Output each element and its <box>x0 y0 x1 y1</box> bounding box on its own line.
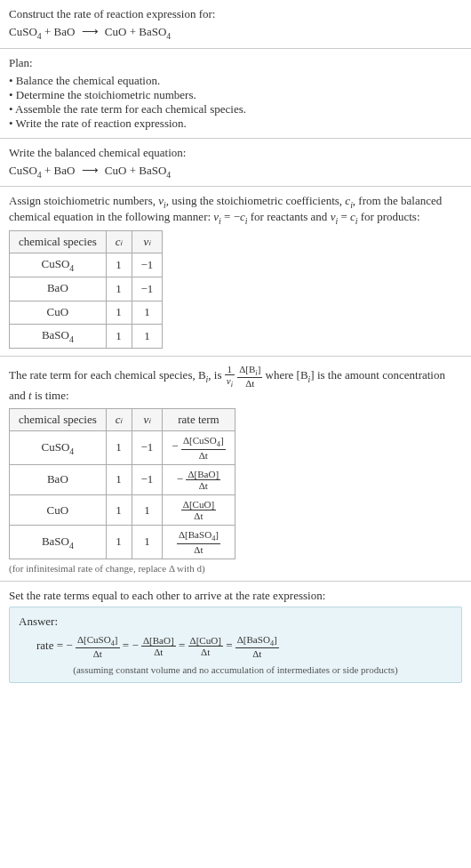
species-cell: BaSO4 <box>10 526 107 559</box>
col-species: chemical species <box>10 409 107 431</box>
fraction: 1 νi <box>225 364 235 389</box>
equals: = <box>179 639 188 652</box>
species-cell: CuO <box>10 494 107 525</box>
sub: 4 <box>69 334 74 344</box>
fraction: Δ[BaO] Δt <box>186 469 220 491</box>
fraction: Δ[CuO] Δt <box>188 635 223 657</box>
eq-part: CuO + BaSO <box>102 25 167 38</box>
denominator: Δt <box>181 510 216 521</box>
rateterm-table: chemical species cᵢ νᵢ rate term CuSO4 1… <box>9 408 236 559</box>
text: Δ[CuSO <box>77 634 111 645</box>
sub: 4 <box>69 540 74 550</box>
numerator: Δ[Bi] <box>237 364 262 378</box>
nu-cell: −1 <box>132 277 163 301</box>
denominator: Δt <box>141 647 176 657</box>
text: where [B <box>266 368 308 382</box>
text: for products: <box>357 210 419 223</box>
text: for reactants and <box>248 210 331 223</box>
rate-cell: − Δ[CuSO4] Δt <box>163 431 235 464</box>
eq-sub: 4 <box>166 31 171 41</box>
fraction: Δ[CuSO4] Δt <box>76 634 120 659</box>
rateterm-intro: The rate term for each chemical species,… <box>9 364 462 403</box>
reaction-arrow-icon: ⟶ <box>78 25 102 39</box>
col-ci: cᵢ <box>106 409 132 431</box>
plan-section: Plan: Balance the chemical equation. Det… <box>0 49 471 139</box>
text: ] <box>115 634 118 645</box>
fraction: Δ[CuO] Δt <box>181 499 216 521</box>
text: CuSO <box>42 440 70 454</box>
eq-part: + BaO <box>42 164 78 177</box>
final-heading: Set the rate terms equal to each other t… <box>9 589 462 603</box>
denominator: Δt <box>236 648 279 659</box>
text: is time: <box>32 389 69 402</box>
col-nui: νᵢ <box>132 409 163 431</box>
sub: 4 <box>69 263 74 273</box>
numerator: Δ[BaO] <box>186 469 220 480</box>
nu-cell: 1 <box>132 494 163 525</box>
species-cell: CuSO4 <box>10 431 107 464</box>
sub: 4 <box>69 446 74 455</box>
text: CuSO <box>42 257 70 270</box>
plan-item: Assemble the rate term for each chemical… <box>9 102 462 117</box>
c-cell: 1 <box>106 464 132 494</box>
table-row: BaO 1 −1 − Δ[BaO] Δt <box>10 464 236 494</box>
numerator: Δ[CuSO4] <box>181 435 226 449</box>
text: Δ[B <box>239 364 255 374</box>
fraction: Δ[BaSO4] Δt <box>236 634 279 659</box>
col-ci: cᵢ <box>106 231 132 253</box>
nu-cell: −1 <box>132 431 163 464</box>
text: = <box>338 210 350 223</box>
balanced-section: Write the balanced chemical equation: Cu… <box>0 139 471 188</box>
balanced-equation: CuSO4 + BaO ⟶ CuO + BaSO4 <box>9 164 462 180</box>
table-row: CuO 1 1 <box>10 301 163 325</box>
rate-cell: − Δ[BaO] Δt <box>163 464 235 494</box>
c-cell: 1 <box>106 277 132 301</box>
text: BaSO <box>42 328 69 342</box>
text: BaO <box>47 281 68 294</box>
eq-part: CuSO <box>9 25 37 38</box>
table-row: BaSO4 1 1 Δ[BaSO4] Δt <box>10 526 236 559</box>
neg-sign: − <box>132 639 138 652</box>
text: ] <box>215 529 219 540</box>
plan-item: Write the rate of reaction expression. <box>9 117 462 131</box>
fraction: Δ[BaSO4] Δt <box>177 529 220 554</box>
text: Δ[BaSO <box>237 634 270 645</box>
numerator: Δ[BaSO4] <box>236 634 279 648</box>
c-cell: 1 <box>106 253 132 277</box>
c-cell: 1 <box>106 494 132 525</box>
text: Δt <box>245 378 254 389</box>
problem-prompt: Construct the rate of reaction expressio… <box>9 7 462 21</box>
fraction: Δ[Bi] Δt <box>237 364 262 389</box>
rate-cell: Δ[CuO] Δt <box>163 494 235 525</box>
problem-equation: CuSO4 + BaO ⟶ CuO + BaSO4 <box>9 25 462 41</box>
final-section: Set the rate terms equal to each other t… <box>0 582 471 690</box>
eq-part: + BaO <box>42 25 78 38</box>
denominator: Δt <box>181 450 226 461</box>
col-rateterm: rate term <box>163 409 235 431</box>
reaction-arrow-icon: ⟶ <box>78 164 102 178</box>
table-header-row: chemical species cᵢ νᵢ <box>10 231 163 253</box>
equals: = <box>226 639 236 652</box>
plan-list: Balance the chemical equation. Determine… <box>9 74 462 131</box>
c-cell: 1 <box>106 301 132 325</box>
nu-cell: 1 <box>132 325 163 349</box>
eq-part: CuSO <box>9 164 37 177</box>
fraction: Δ[CuSO4] Δt <box>181 435 226 460</box>
c-cell: 1 <box>106 526 132 559</box>
text: CuO <box>47 503 69 517</box>
table-row: CuSO4 1 −1 − Δ[CuSO4] Δt <box>10 431 236 464</box>
denominator: Δt <box>188 647 223 657</box>
table-header-row: chemical species cᵢ νᵢ rate term <box>10 409 236 431</box>
text: The rate term for each chemical species,… <box>9 368 206 382</box>
stoich-intro: Assign stoichiometric numbers, νi, using… <box>9 194 462 225</box>
text: BaO <box>47 472 68 486</box>
numerator: Δ[BaSO4] <box>177 529 220 543</box>
plan-item: Balance the chemical equation. <box>9 74 462 88</box>
balanced-heading: Write the balanced chemical equation: <box>9 146 462 160</box>
col-nui: νᵢ <box>132 231 163 253</box>
stoich-section: Assign stoichiometric numbers, νi, using… <box>0 187 471 357</box>
text: CuO <box>47 305 69 318</box>
text: ] <box>274 634 277 645</box>
numerator: Δ[BaO] <box>141 635 176 647</box>
species-cell: BaSO4 <box>10 325 107 349</box>
